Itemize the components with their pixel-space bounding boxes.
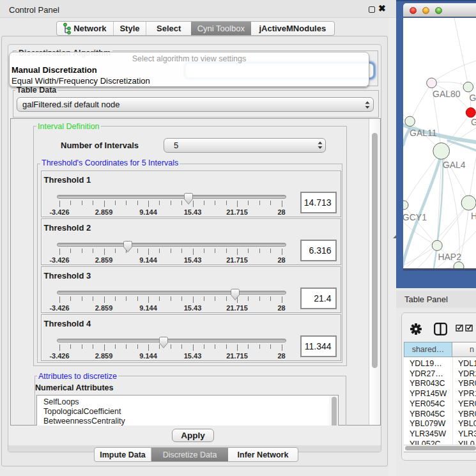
svg-text:GAL11: GAL11	[410, 128, 437, 138]
svg-text:H: H	[471, 211, 476, 221]
svg-text:GA: GA	[469, 93, 476, 103]
svg-text:GCY1: GCY1	[403, 212, 427, 222]
svg-text:G: G	[471, 117, 476, 127]
svg-text:GAL4: GAL4	[443, 160, 466, 170]
svg-text:GAL80: GAL80	[433, 89, 461, 99]
svg-text:HAP2: HAP2	[438, 252, 461, 262]
